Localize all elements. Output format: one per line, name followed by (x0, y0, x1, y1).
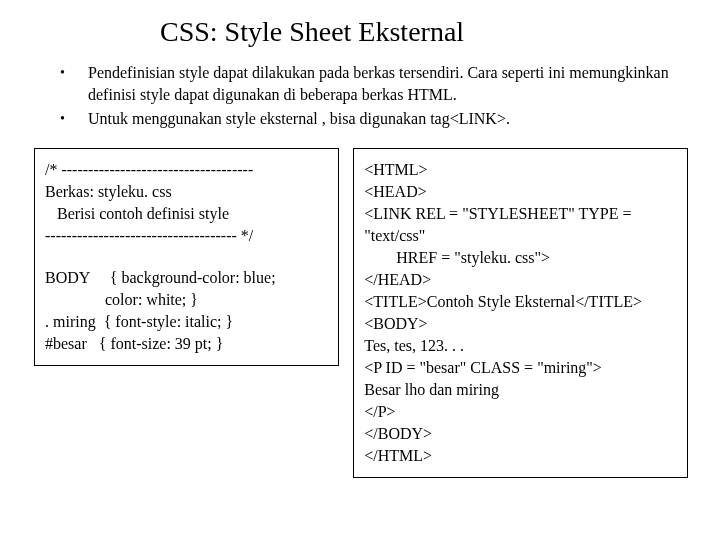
bullet-dot-icon: • (60, 62, 88, 84)
code-line: Berisi contoh definisi style (45, 203, 328, 225)
code-line: <TITLE>Contoh Style Eksternal</TITLE> (364, 291, 677, 313)
bullet-text: Pendefinisian style dapat dilakukan pada… (88, 62, 688, 106)
code-line: <HTML> (364, 159, 677, 181)
code-line: Tes, tes, 123. . . (364, 335, 677, 357)
code-line: <BODY> (364, 313, 677, 335)
page-title: CSS: Style Sheet Eksternal (160, 16, 688, 48)
code-line: <LINK REL = "STYLESHEET" TYPE = "text/cs… (364, 203, 677, 247)
code-line: </HTML> (364, 445, 677, 467)
list-item: • Pendefinisian style dapat dilakukan pa… (60, 62, 688, 106)
code-line: </P> (364, 401, 677, 423)
code-line: BODY { background-color: blue; (45, 267, 328, 289)
code-line: <HEAD> (364, 181, 677, 203)
code-boxes-row: /* ------------------------------------ … (34, 148, 688, 478)
code-line: ------------------------------------ */ (45, 225, 328, 247)
code-line: <P ID = "besar" CLASS = "miring"> (364, 357, 677, 379)
code-line: #besar { font-size: 39 pt; } (45, 333, 328, 355)
code-line: HREF = "styleku. css"> (364, 247, 677, 269)
code-line: </BODY> (364, 423, 677, 445)
list-item: • Untuk menggunakan style eksternal , bi… (60, 108, 688, 130)
slide-page: CSS: Style Sheet Eksternal • Pendefinisi… (0, 0, 718, 488)
bullet-text: Untuk menggunakan style eksternal , bisa… (88, 108, 688, 130)
code-line: /* ------------------------------------ (45, 159, 328, 181)
code-line: </HEAD> (364, 269, 677, 291)
bullet-dot-icon: • (60, 108, 88, 130)
html-code-box: <HTML> <HEAD> <LINK REL = "STYLESHEET" T… (353, 148, 688, 478)
spacer (45, 247, 328, 267)
code-line: Berkas: styleku. css (45, 181, 328, 203)
code-line: . miring { font-style: italic; } (45, 311, 328, 333)
code-line: color: white; } (45, 289, 328, 311)
bullet-list: • Pendefinisian style dapat dilakukan pa… (60, 62, 688, 130)
css-code-box: /* ------------------------------------ … (34, 148, 339, 366)
code-line: Besar lho dan miring (364, 379, 677, 401)
